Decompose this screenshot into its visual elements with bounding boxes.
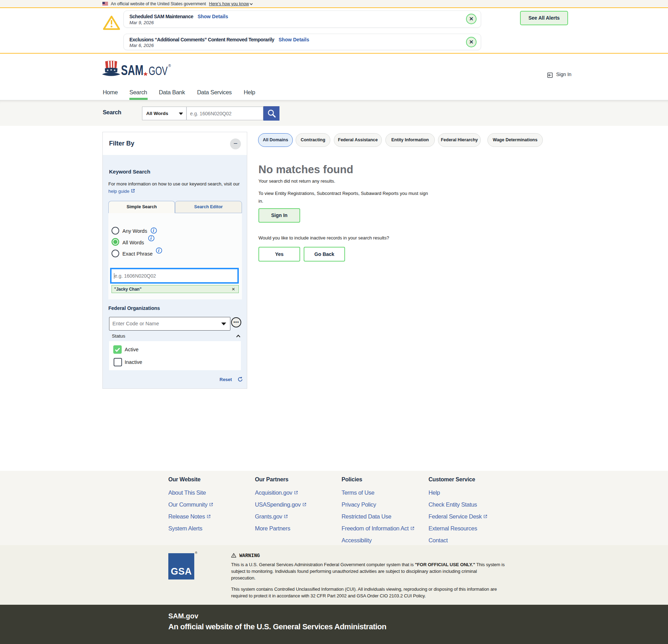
svg-text:GOV: GOV (149, 64, 168, 77)
svg-text:SAM: SAM (121, 62, 143, 77)
svg-text:®: ® (168, 64, 171, 68)
